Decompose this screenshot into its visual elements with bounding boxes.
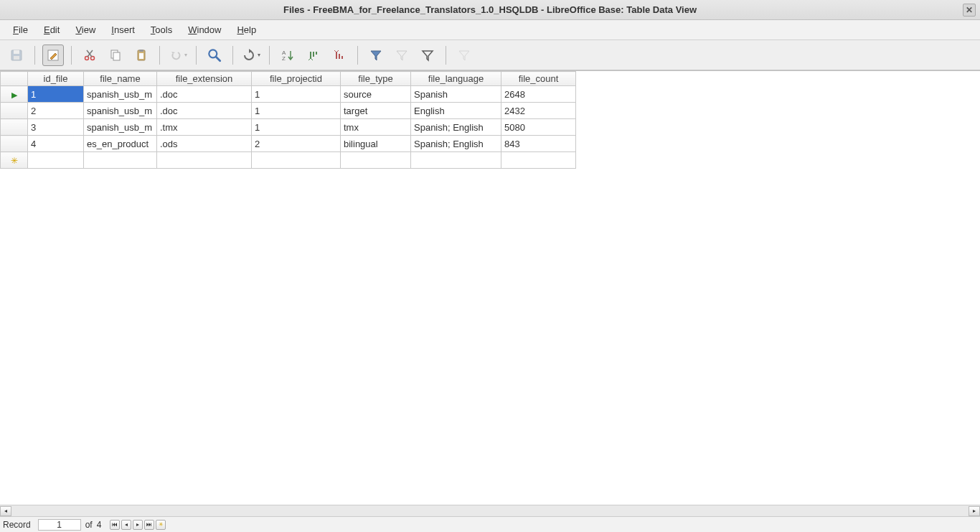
cell-file_projectid[interactable]: 2: [252, 136, 341, 152]
cell-file_type[interactable]: source: [341, 86, 411, 103]
row-marker[interactable]: [1, 119, 28, 136]
nav-last-button[interactable]: ⏭: [144, 520, 154, 530]
nav-prev-button[interactable]: ◂: [121, 520, 131, 530]
svg-rect-1: [14, 50, 19, 54]
autofilter-button[interactable]: [365, 45, 387, 66]
record-current[interactable]: 1: [38, 519, 81, 531]
cell-file_extension[interactable]: .tmx: [157, 119, 252, 136]
cell-file_projectid[interactable]: 1: [252, 86, 341, 103]
cell-file_type[interactable]: bilingual: [341, 136, 411, 152]
col-header-id-file[interactable]: id_file: [28, 72, 84, 86]
col-header-file-count[interactable]: file_count: [501, 72, 576, 86]
table-row[interactable]: 4es_en_product.ods2bilingualSpanish; Eng…: [1, 136, 576, 152]
save-button: [6, 45, 27, 66]
cell-file_language[interactable]: Spanish; English: [411, 136, 501, 152]
paste-button[interactable]: [131, 45, 152, 66]
close-button[interactable]: ✕: [963, 4, 976, 17]
cell-file_extension[interactable]: .doc: [157, 86, 252, 103]
find-button[interactable]: [204, 45, 225, 66]
copy-button[interactable]: [105, 45, 126, 66]
scroll-track[interactable]: [11, 506, 969, 516]
cell-file_count[interactable]: 5080: [501, 119, 576, 136]
cell-file_language[interactable]: Spanish: [411, 86, 501, 103]
cell-file_name[interactable]: es_en_product: [84, 136, 157, 152]
col-header-file-name[interactable]: file_name: [84, 72, 157, 86]
sort-button[interactable]: AZ: [277, 45, 298, 66]
cell-file_type[interactable]: target: [341, 103, 411, 119]
cell-empty[interactable]: [28, 152, 84, 169]
cell-file_name[interactable]: spanish_usb_m: [84, 119, 157, 136]
cell-file_type[interactable]: tmx: [341, 119, 411, 136]
cell-empty[interactable]: [157, 152, 252, 169]
sort-icon: AZ: [281, 48, 295, 62]
edit-data-button[interactable]: [42, 45, 64, 66]
svg-rect-2: [14, 56, 19, 60]
horizontal-scrollbar[interactable]: ◂ ▸: [0, 505, 980, 516]
col-header-file-extension[interactable]: file_extension: [157, 72, 252, 86]
cell-empty[interactable]: [252, 152, 341, 169]
cell-file_name[interactable]: spanish_usb_m: [84, 103, 157, 119]
standard-filter-button[interactable]: [417, 45, 438, 66]
cell-file_projectid[interactable]: 1: [252, 103, 341, 119]
new-record-row[interactable]: ✳: [1, 152, 576, 169]
cell-id_file[interactable]: 3: [28, 119, 84, 136]
cut-icon: [83, 48, 97, 62]
standard-filter-icon: [420, 48, 435, 62]
cell-file_language[interactable]: Spanish; English: [411, 119, 501, 136]
titlebar: Files - FreeBMA_for_Freelance_Translator…: [0, 0, 980, 20]
menu-window[interactable]: Window: [181, 22, 228, 38]
nav-next-button[interactable]: ▸: [133, 520, 143, 530]
cell-id_file[interactable]: 2: [28, 103, 84, 119]
menu-edit[interactable]: Edit: [37, 22, 67, 38]
corner-cell[interactable]: [1, 72, 28, 86]
cut-button[interactable]: [79, 45, 100, 66]
refresh-button[interactable]: ▾: [240, 45, 262, 66]
cell-file_language[interactable]: English: [411, 103, 501, 119]
cell-id_file[interactable]: 1: [28, 86, 84, 103]
cell-empty[interactable]: [84, 152, 157, 169]
row-marker-new[interactable]: ✳: [1, 152, 28, 169]
table-row[interactable]: 2spanish_usb_m.doc1targetEnglish2432: [1, 103, 576, 119]
menu-tools[interactable]: Tools: [143, 22, 179, 38]
table-row[interactable]: 3spanish_usb_m.tmx1tmxSpanish; English50…: [1, 119, 576, 136]
col-header-file-projectid[interactable]: file_projectid: [252, 72, 341, 86]
scroll-left-button[interactable]: ◂: [0, 506, 11, 516]
separator: [196, 46, 197, 65]
cell-empty[interactable]: [501, 152, 576, 169]
undo-icon: [169, 48, 183, 62]
cell-file_projectid[interactable]: 1: [252, 119, 341, 136]
cell-id_file[interactable]: 4: [28, 136, 84, 152]
cell-file_count[interactable]: 843: [501, 136, 576, 152]
cell-file_extension[interactable]: .doc: [157, 103, 252, 119]
row-marker[interactable]: [1, 136, 28, 152]
cell-file_name[interactable]: spanish_usb_m: [84, 86, 157, 103]
menubar: File Edit View Insert Tools Window Help: [0, 20, 980, 40]
cell-empty[interactable]: [341, 152, 411, 169]
cell-file_count[interactable]: 2432: [501, 103, 576, 119]
row-marker[interactable]: ▶: [1, 86, 28, 103]
separator: [159, 46, 160, 65]
menu-insert[interactable]: Insert: [104, 22, 142, 38]
nav-new-button[interactable]: ✳: [156, 520, 166, 530]
row-marker[interactable]: [1, 103, 28, 119]
cell-empty[interactable]: [411, 152, 501, 169]
scroll-right-button[interactable]: ▸: [969, 506, 980, 516]
menu-file[interactable]: File: [6, 22, 35, 38]
nav-first-button[interactable]: ⏮: [110, 520, 120, 530]
sort-asc-icon: [306, 48, 321, 62]
header-row: id_file file_name file_extension file_pr…: [1, 72, 576, 86]
separator: [269, 46, 270, 65]
menu-view[interactable]: View: [68, 22, 103, 38]
cell-file_extension[interactable]: .ods: [157, 136, 252, 152]
col-header-file-type[interactable]: file_type: [341, 72, 411, 86]
table-row[interactable]: ▶1spanish_usb_m.doc1sourceSpanish2648: [1, 86, 576, 103]
find-icon: [207, 47, 222, 63]
sort-desc-button[interactable]: [329, 45, 350, 66]
record-label: Record: [3, 520, 31, 530]
table-scroll[interactable]: id_file file_name file_extension file_pr…: [0, 70, 980, 505]
cell-file_count[interactable]: 2648: [501, 86, 576, 103]
col-header-file-language[interactable]: file_language: [411, 72, 501, 86]
menu-help[interactable]: Help: [230, 22, 263, 38]
copy-icon: [108, 48, 123, 62]
sort-asc-button[interactable]: [303, 45, 324, 66]
